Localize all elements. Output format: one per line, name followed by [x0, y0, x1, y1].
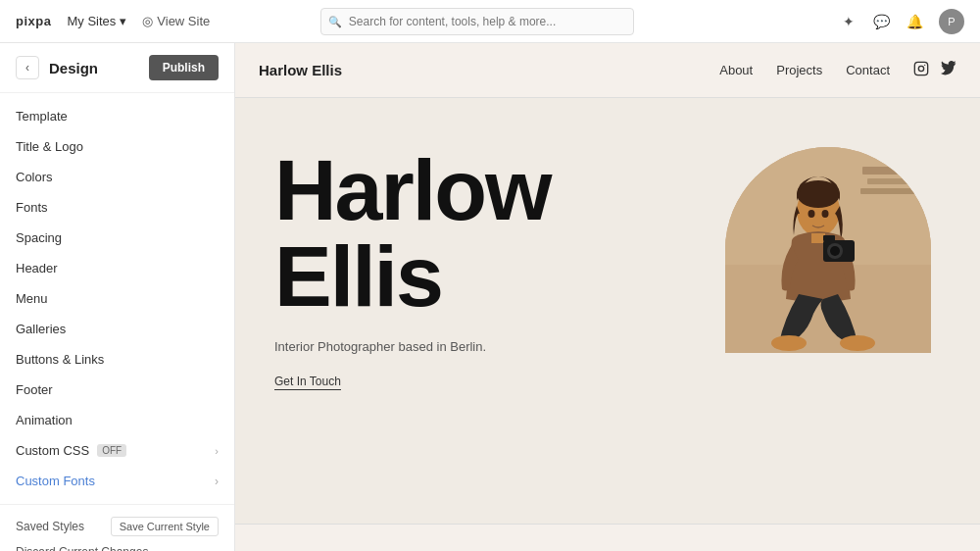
svg-point-15	[830, 246, 840, 256]
hero-section: Harlow Ellis Interior Photographer based…	[235, 98, 980, 524]
svg-point-18	[822, 210, 829, 218]
nav-link-about[interactable]: About	[719, 63, 753, 77]
hero-name: Harlow Ellis	[274, 147, 725, 320]
sidebar-title: Design	[49, 60, 139, 76]
sidebar-item-label: Title & Logo	[16, 139, 83, 154]
chevron-down-icon: ▾	[120, 14, 126, 28]
sun-icon[interactable]: ✦	[839, 12, 858, 31]
svg-rect-5	[862, 167, 921, 175]
sidebar-item-label: Galleries	[16, 322, 66, 336]
sidebar-item-template[interactable]: Template	[0, 101, 234, 131]
hero-image-container	[725, 147, 941, 402]
sidebar-item-label: Custom Fonts	[16, 474, 95, 488]
hero-name-line2: Ellis	[274, 233, 725, 320]
svg-rect-0	[914, 62, 927, 75]
sidebar: ‹ Design Publish Template Title & Logo C…	[0, 43, 235, 551]
my-sites-menu[interactable]: My Sites ▾	[67, 14, 126, 28]
sidebar-item-animation[interactable]: Animation	[0, 405, 234, 435]
sidebar-header: ‹ Design Publish	[0, 43, 234, 93]
site-logo: Harlow Ellis	[259, 62, 719, 78]
custom-css-badge: OFF	[97, 444, 126, 457]
svg-rect-6	[867, 178, 921, 184]
sidebar-item-label: Spacing	[16, 230, 62, 245]
topbar-right-actions: ✦ 💬 🔔 P	[839, 9, 964, 34]
sidebar-item-menu[interactable]: Menu	[0, 283, 234, 314]
site-nav-links: About Projects Contact	[719, 63, 890, 77]
search-input[interactable]	[320, 8, 634, 35]
expand-icon: ›	[215, 445, 219, 457]
sidebar-item-label: Buttons & Links	[16, 352, 104, 367]
discard-changes-link[interactable]: Discard Current Changes	[16, 542, 219, 551]
my-sites-label: My Sites	[67, 14, 116, 28]
sidebar-item-label: Template	[16, 109, 68, 124]
site-nav: Harlow Ellis About Projects Contact	[235, 43, 980, 98]
sidebar-item-label: Menu	[16, 291, 48, 306]
main-layout: ‹ Design Publish Template Title & Logo C…	[0, 43, 980, 551]
saved-styles-row: Saved Styles Save Current Style	[16, 517, 219, 536]
svg-point-1	[918, 66, 923, 71]
hero-subtitle: Interior Photographer based in Berlin.	[274, 339, 725, 354]
sidebar-item-custom-fonts[interactable]: Custom Fonts ›	[0, 466, 234, 496]
back-button[interactable]: ‹	[16, 56, 39, 79]
save-current-style-button[interactable]: Save Current Style	[111, 517, 219, 536]
sidebar-item-label: Header	[16, 261, 58, 276]
sidebar-item-colors[interactable]: Colors	[0, 162, 234, 192]
sidebar-item-spacing[interactable]: Spacing	[0, 223, 234, 253]
sidebar-item-buttons-links[interactable]: Buttons & Links	[0, 344, 234, 375]
site-social-icons	[913, 61, 956, 79]
svg-rect-16	[823, 235, 835, 241]
sidebar-item-galleries[interactable]: Galleries	[0, 314, 234, 344]
arrow-right-icon: ›	[215, 475, 219, 488]
hero-name-line1: Harlow	[274, 147, 725, 233]
sidebar-item-footer[interactable]: Footer	[0, 375, 234, 405]
preview-footer-strip	[235, 524, 980, 551]
preview-area: Harlow Ellis About Projects Contact	[235, 43, 980, 551]
search-icon: 🔍	[328, 15, 342, 27]
sidebar-item-label: Colors	[16, 170, 53, 184]
view-site-link[interactable]: ◎ View Site	[142, 14, 210, 28]
user-avatar[interactable]: P	[939, 9, 964, 34]
topbar: pixpa My Sites ▾ ◎ View Site 🔍 ✦ 💬 🔔 P	[0, 0, 980, 43]
sidebar-item-label: Custom CSS	[16, 443, 89, 458]
svg-rect-7	[860, 188, 921, 194]
publish-button[interactable]: Publish	[149, 55, 219, 80]
comment-icon[interactable]: 💬	[872, 12, 892, 31]
nav-link-contact[interactable]: Contact	[846, 63, 890, 77]
sidebar-item-label: Fonts	[16, 200, 48, 215]
sidebar-item-label: Animation	[16, 413, 73, 427]
sidebar-item-fonts[interactable]: Fonts	[0, 192, 234, 223]
twitter-icon[interactable]	[941, 61, 956, 79]
svg-point-2	[924, 65, 925, 66]
svg-rect-10	[811, 233, 825, 243]
sidebar-item-custom-css[interactable]: Custom CSS OFF ›	[0, 435, 234, 466]
search-container: 🔍	[320, 8, 634, 35]
sidebar-footer: Saved Styles Save Current Style Discard …	[0, 504, 234, 551]
notification-icon[interactable]: 🔔	[906, 12, 925, 31]
sidebar-item-title-logo[interactable]: Title & Logo	[0, 131, 234, 162]
hero-content: Harlow Ellis Interior Photographer based…	[274, 137, 725, 390]
hero-image	[725, 147, 931, 353]
instagram-icon[interactable]	[913, 61, 929, 79]
eye-icon: ◎	[142, 14, 153, 28]
svg-point-11	[771, 335, 807, 351]
sidebar-item-header[interactable]: Header	[0, 253, 234, 283]
pixpa-logo: pixpa	[16, 14, 51, 28]
sidebar-item-label: Footer	[16, 382, 53, 397]
nav-link-projects[interactable]: Projects	[776, 63, 822, 77]
view-site-label: View Site	[157, 14, 210, 28]
svg-point-17	[808, 210, 815, 218]
saved-styles-label: Saved Styles	[16, 520, 84, 533]
sidebar-nav: Template Title & Logo Colors Fonts Spaci…	[0, 93, 234, 504]
hero-cta-button[interactable]: Get In Touch	[274, 375, 341, 390]
svg-point-12	[840, 335, 875, 351]
